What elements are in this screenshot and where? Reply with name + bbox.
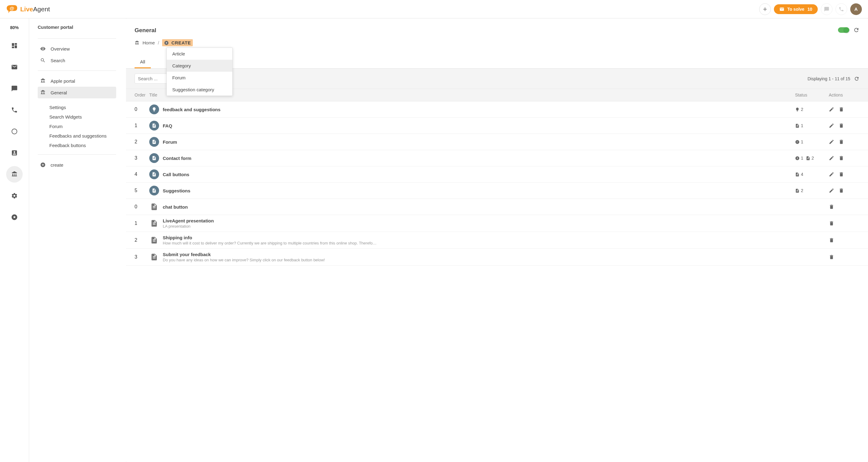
table-row[interactable]: 5Suggestions2 bbox=[126, 183, 868, 199]
status-badge: 1 bbox=[795, 139, 803, 144]
tabs: All bbox=[126, 46, 868, 69]
sidebar-subitem[interactable]: Settings bbox=[38, 103, 116, 112]
delete-button[interactable] bbox=[839, 188, 844, 193]
row-title: Call buttons bbox=[163, 172, 795, 177]
publish-toggle[interactable] bbox=[838, 27, 849, 33]
table-row[interactable]: 3Contact form1 2 bbox=[126, 150, 868, 166]
sidebar-overview[interactable]: Overview bbox=[38, 43, 116, 55]
sidebar-subitem[interactable]: Forum bbox=[38, 122, 116, 131]
sidebar-create[interactable]: create bbox=[38, 159, 116, 171]
table-row[interactable]: 4Call buttons4 bbox=[126, 166, 868, 183]
delete-button[interactable] bbox=[839, 171, 844, 177]
delete-button[interactable] bbox=[829, 237, 834, 243]
secondary-sidebar: Customer portal Overview Search Apple po… bbox=[29, 19, 126, 462]
create-button[interactable]: CREATE bbox=[162, 39, 193, 46]
sidebar-subitem[interactable]: Feedbacks and suggestions bbox=[38, 131, 116, 141]
document-icon bbox=[149, 252, 159, 262]
avatar[interactable]: A bbox=[850, 3, 862, 15]
category-icon bbox=[149, 104, 159, 114]
phone-button[interactable] bbox=[836, 3, 847, 15]
status-badge: 2 bbox=[806, 156, 814, 161]
pagination: Displaying 1 - 11 of 15 bbox=[808, 76, 860, 81]
edit-button[interactable] bbox=[829, 188, 834, 193]
table-row[interactable]: 0chat button bbox=[126, 199, 868, 215]
row-title: LiveAgent presentation bbox=[163, 218, 795, 223]
nav-extras[interactable] bbox=[6, 209, 23, 226]
overview-icon bbox=[40, 46, 46, 52]
zoom-label: 80% bbox=[10, 25, 19, 30]
dashboard-icon bbox=[11, 42, 18, 49]
sidebar-subitem[interactable]: Feedback buttons bbox=[38, 141, 116, 150]
logo-icon: @ bbox=[6, 4, 18, 14]
delete-button[interactable] bbox=[839, 123, 844, 128]
row-title: Suggestions bbox=[163, 188, 795, 193]
dropdown-item[interactable]: Category bbox=[167, 60, 232, 72]
arrow-icon bbox=[164, 40, 169, 45]
sidebar-portal[interactable]: General bbox=[38, 87, 116, 98]
table-row[interactable]: 2Shipping infoHow much will it cost to d… bbox=[126, 232, 868, 249]
document-icon bbox=[149, 202, 159, 212]
table-row[interactable]: 0feedback and suggestions2 bbox=[126, 101, 868, 118]
dropdown-item[interactable]: Forum bbox=[167, 72, 232, 84]
add-button[interactable] bbox=[759, 3, 771, 15]
row-title: Shipping info bbox=[163, 235, 795, 240]
status-badge: 1 bbox=[795, 156, 803, 161]
delete-button[interactable] bbox=[829, 204, 834, 209]
nav-contacts[interactable] bbox=[6, 144, 23, 161]
nav-dashboard[interactable] bbox=[6, 37, 23, 54]
table-row[interactable]: 1FAQ1 bbox=[126, 118, 868, 134]
dropdown-item[interactable]: Suggestion category bbox=[167, 84, 232, 96]
status-badge: 1 bbox=[795, 123, 803, 128]
divider bbox=[38, 70, 116, 71]
delete-button[interactable] bbox=[829, 254, 834, 260]
logo[interactable]: @ LiveAgent bbox=[6, 4, 50, 14]
category-icon bbox=[149, 153, 159, 163]
main-content: General Home / CREATE ArticleCategoryFor… bbox=[126, 19, 868, 462]
bank-icon bbox=[40, 78, 46, 84]
header: @ LiveAgent To solve 10 A bbox=[0, 0, 868, 19]
edit-button[interactable] bbox=[829, 123, 834, 128]
delete-button[interactable] bbox=[839, 107, 844, 112]
table-row[interactable]: 1LiveAgent presentationLA presentation bbox=[126, 215, 868, 232]
edit-button[interactable] bbox=[829, 107, 834, 112]
row-subtitle: Do you have any ideas on how we can impr… bbox=[163, 258, 795, 262]
refresh-icon[interactable] bbox=[854, 76, 860, 81]
divider bbox=[38, 38, 116, 39]
sidebar-portal[interactable]: Apple portal bbox=[38, 75, 116, 87]
status-badge: 2 bbox=[795, 107, 803, 112]
edit-button[interactable] bbox=[829, 155, 834, 161]
nav-mail[interactable] bbox=[6, 59, 23, 75]
sidebar-subitem[interactable]: Search Widgets bbox=[38, 112, 116, 122]
nav-phone[interactable] bbox=[6, 102, 23, 118]
status-badge: 2 bbox=[795, 188, 803, 193]
table-row[interactable]: 3Submit your feedbackDo you have any ide… bbox=[126, 249, 868, 266]
nav-chat[interactable] bbox=[6, 80, 23, 97]
nav-knowledge-base[interactable] bbox=[6, 166, 23, 183]
chat-button[interactable] bbox=[821, 3, 832, 15]
delete-button[interactable] bbox=[829, 221, 834, 226]
document-icon bbox=[149, 235, 159, 245]
col-actions: Actions bbox=[829, 93, 860, 97]
category-icon bbox=[149, 137, 159, 147]
col-status: Status bbox=[795, 93, 829, 97]
edit-button[interactable] bbox=[829, 171, 834, 177]
refresh-button[interactable] bbox=[853, 27, 860, 33]
delete-button[interactable] bbox=[839, 139, 844, 144]
chat-icon bbox=[824, 6, 829, 12]
dropdown-item[interactable]: Article bbox=[167, 48, 232, 60]
edit-button[interactable] bbox=[829, 139, 834, 144]
col-title: Title bbox=[149, 93, 795, 97]
table-row[interactable]: 2Forum1 bbox=[126, 134, 868, 150]
sidebar-search[interactable]: Search bbox=[38, 55, 116, 66]
star-icon bbox=[11, 214, 18, 221]
contacts-icon bbox=[11, 150, 18, 156]
category-icon bbox=[149, 121, 159, 131]
nav-loading[interactable] bbox=[6, 123, 23, 140]
delete-button[interactable] bbox=[839, 155, 844, 161]
nav-settings[interactable] bbox=[6, 188, 23, 204]
row-title: feedback and suggestions bbox=[163, 107, 795, 112]
breadcrumb-home[interactable]: Home bbox=[143, 40, 155, 45]
to-solve-button[interactable]: To solve 10 bbox=[774, 4, 818, 14]
document-icon bbox=[149, 219, 159, 228]
tab-all[interactable]: All bbox=[134, 56, 151, 68]
